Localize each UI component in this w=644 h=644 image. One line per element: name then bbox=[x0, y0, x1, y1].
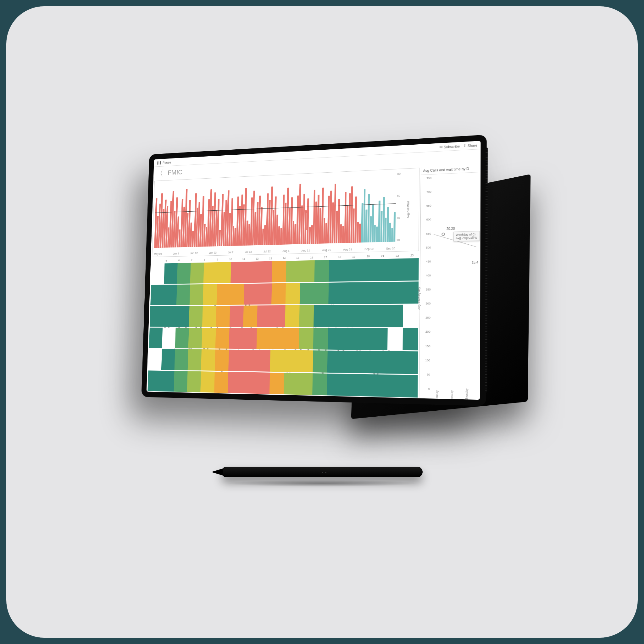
calls-bar-chart[interactable]: May 23Jun 2Jun 12Jun 22Jul 2Jul 12Jul 22… bbox=[152, 168, 419, 257]
weekday-bar-chart[interactable]: 7507006506005505004504003503002502001501… bbox=[419, 172, 480, 400]
bar bbox=[391, 228, 393, 241]
weekday-bar[interactable]: Tuesday bbox=[446, 386, 458, 398]
heat-cell bbox=[255, 372, 270, 394]
heat-cell bbox=[299, 305, 314, 327]
heat-cell bbox=[343, 305, 358, 327]
heat-cell bbox=[201, 349, 215, 370]
heat-cell bbox=[387, 351, 403, 374]
heat-cell bbox=[147, 370, 161, 391]
heat-cell bbox=[164, 263, 178, 284]
bar bbox=[325, 223, 327, 243]
heat-cell bbox=[202, 306, 216, 327]
y-axis-label: Avg Call Wait bbox=[407, 201, 410, 218]
dashboard-body: May 23Jun 2Jun 12Jun 22Jul 2Jul 12Jul 22… bbox=[147, 164, 480, 400]
heat-cell bbox=[149, 327, 163, 348]
heat-cell bbox=[387, 375, 402, 397]
heat-cell bbox=[174, 371, 188, 392]
page-title: FMIC bbox=[168, 168, 183, 177]
heat-cell bbox=[189, 306, 203, 326]
heat-cell bbox=[176, 306, 190, 327]
share-button[interactable]: ⇪ Share bbox=[463, 143, 477, 148]
heat-cell bbox=[187, 371, 201, 392]
bar bbox=[385, 218, 387, 242]
heat-cell bbox=[329, 282, 344, 304]
heat-cell bbox=[328, 328, 343, 350]
heat-cell bbox=[242, 350, 257, 371]
heat-cell bbox=[314, 260, 329, 282]
heat-cell bbox=[177, 263, 191, 284]
heat-cell bbox=[271, 305, 285, 327]
heat-cell bbox=[203, 262, 217, 283]
heat-cell bbox=[403, 305, 419, 327]
share-label: Share bbox=[468, 143, 477, 147]
heat-cell bbox=[230, 284, 244, 305]
heat-cell bbox=[230, 262, 245, 283]
heat-cell bbox=[176, 284, 190, 305]
heat-cell bbox=[372, 351, 387, 373]
back-icon[interactable]: 〈 bbox=[156, 168, 164, 179]
heat-cell bbox=[150, 306, 163, 326]
heat-row bbox=[149, 327, 418, 350]
subscribe-button[interactable]: ✉ Subscribe bbox=[439, 144, 460, 149]
bar bbox=[389, 223, 391, 242]
heat-cell bbox=[215, 328, 229, 349]
heat-cell bbox=[357, 328, 372, 350]
heat-cell bbox=[387, 328, 403, 350]
right-y-label: Avg. Calls by day bbox=[417, 287, 421, 310]
bar bbox=[376, 226, 378, 242]
heat-cell bbox=[258, 283, 272, 305]
heat-cell bbox=[257, 305, 271, 327]
heat-cell bbox=[256, 350, 270, 372]
heatmap-chart[interactable]: 567891011121314151617181920212223 bbox=[147, 252, 419, 397]
heat-cell bbox=[403, 258, 419, 280]
left-column: May 23Jun 2Jun 12Jun 22Jul 2Jul 12Jul 22… bbox=[147, 167, 421, 398]
heat-cell bbox=[284, 373, 298, 395]
heat-cell bbox=[358, 259, 373, 281]
heat-cell bbox=[286, 261, 300, 282]
heat-cell bbox=[256, 328, 271, 349]
weekday-bar[interactable]: Monday bbox=[431, 385, 442, 397]
heat-cell bbox=[175, 327, 189, 348]
heat-cell bbox=[388, 305, 403, 327]
bar bbox=[380, 211, 382, 242]
bar bbox=[342, 226, 344, 243]
bar bbox=[387, 207, 389, 242]
heat-cell bbox=[313, 350, 328, 372]
bar bbox=[359, 224, 361, 242]
heat-cell bbox=[358, 305, 373, 327]
bars-container bbox=[154, 172, 396, 248]
heat-cell bbox=[403, 328, 418, 351]
heat-cell bbox=[203, 284, 217, 305]
heat-cell bbox=[342, 328, 358, 350]
weekday-bar[interactable]: Wednesday bbox=[461, 386, 472, 398]
bar bbox=[311, 225, 313, 244]
tooltip-value: 20.20 bbox=[447, 227, 455, 230]
bar bbox=[374, 225, 376, 242]
heat-cell bbox=[286, 283, 300, 304]
heat-cell bbox=[285, 305, 300, 327]
bar bbox=[278, 226, 280, 245]
pause-button[interactable]: ❚❚ Pause bbox=[157, 160, 171, 165]
weekday-label: Tuesday bbox=[450, 390, 453, 400]
heat-cell bbox=[215, 349, 229, 371]
heat-cell bbox=[161, 349, 175, 370]
weekday-label: Wednesday bbox=[465, 388, 468, 400]
heat-row bbox=[147, 370, 418, 398]
heat-cell bbox=[216, 306, 230, 327]
pause-label: Pause bbox=[163, 160, 171, 164]
heat-cell bbox=[244, 283, 258, 304]
heat-cell bbox=[271, 283, 286, 304]
heat-cell bbox=[329, 260, 344, 281]
heat-cell bbox=[243, 305, 258, 326]
heat-cell bbox=[300, 283, 314, 304]
heat-cell bbox=[313, 328, 328, 349]
tablet-device: ❚❚ Pause ✉ Subscribe ⇪ Share 〈 bbox=[142, 135, 487, 406]
heat-cell bbox=[343, 282, 358, 304]
heat-cell bbox=[150, 285, 164, 305]
right-y-axis: 7507006506005505004504003503002502001501… bbox=[420, 176, 432, 391]
dashboard-screen: ❚❚ Pause ✉ Subscribe ⇪ Share 〈 bbox=[147, 141, 481, 400]
heat-cell bbox=[327, 373, 342, 396]
bar bbox=[340, 224, 342, 243]
heat-cell bbox=[148, 349, 162, 369]
heat-cell bbox=[300, 260, 315, 282]
